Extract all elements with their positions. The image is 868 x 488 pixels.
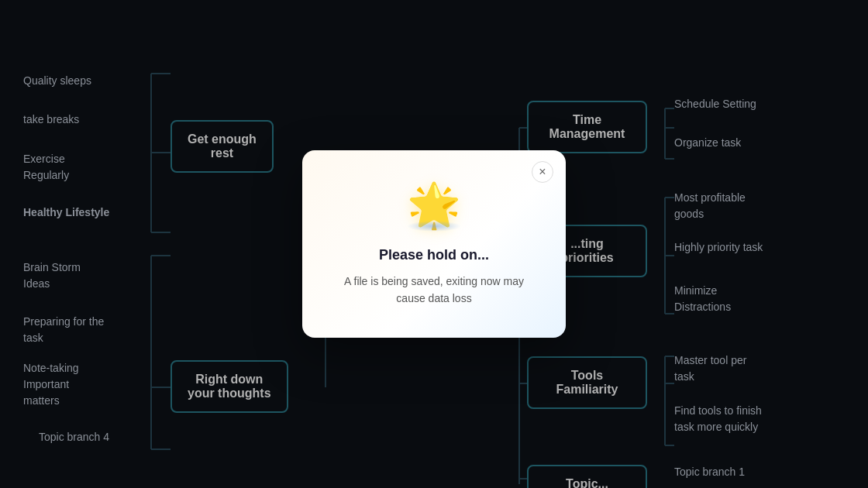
modal-dialog: × 🌟 Please hold on... A file is being sa… xyxy=(302,150,566,339)
modal-message: A file is being saved, exiting now may c… xyxy=(333,273,535,308)
modal-overlay: × 🌟 Please hold on... A file is being sa… xyxy=(0,0,868,488)
modal-title: Please hold on... xyxy=(333,247,535,263)
modal-icon: 🌟 xyxy=(333,178,535,232)
modal-close-button[interactable]: × xyxy=(532,161,553,183)
